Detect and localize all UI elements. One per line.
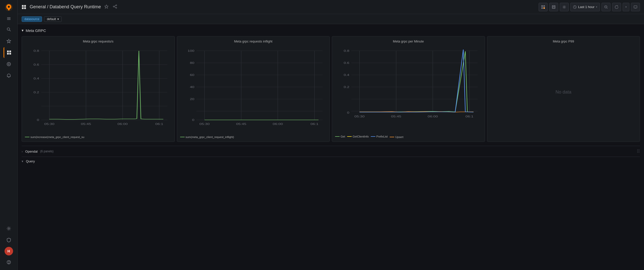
svg-rect-3: [7, 18, 11, 19]
star-button[interactable]: [103, 4, 109, 11]
sidebar-item-shield[interactable]: [4, 235, 14, 245]
svg-point-12: [7, 62, 11, 66]
sidebar: H: [0, 0, 18, 270]
svg-text:60: 60: [190, 74, 194, 76]
avatar[interactable]: H: [5, 247, 13, 255]
meta-grpc-section-header[interactable]: ▾ Meta GRPC: [22, 28, 640, 33]
zoom-out-button[interactable]: [601, 3, 611, 11]
sidebar-item-explore[interactable]: [4, 59, 14, 69]
svg-text:06:1: 06:1: [310, 123, 318, 125]
svg-point-21: [9, 263, 9, 264]
svg-rect-32: [541, 5, 543, 7]
svg-rect-40: [553, 6, 555, 7]
svg-text:0: 0: [347, 111, 349, 114]
svg-rect-2: [7, 17, 11, 18]
chart-requests-per-sec: 0.8 0.6 0.4 0.2 0 05:30 05:45 06:00 06:1: [25, 46, 172, 133]
panel-title-per-minute: Meta grpc per Minute: [335, 39, 482, 43]
panel-per-minute: Meta grpc per Minute 0.8 0.6 0.4: [332, 36, 485, 142]
svg-rect-41: [553, 7, 555, 8]
svg-point-27: [116, 5, 117, 6]
svg-rect-8: [7, 51, 9, 52]
refresh-chevron: ▾: [625, 6, 627, 8]
panel-requests-per-sec: Meta grpc requests/s 0.8 0.6 0.4: [22, 36, 175, 142]
grid-view-icon: [22, 5, 26, 9]
svg-text:100: 100: [187, 50, 194, 52]
query-section-header[interactable]: ▾ Query: [22, 157, 640, 166]
svg-text:0.6: 0.6: [344, 62, 349, 64]
panel-requests-inflight: Meta grpc requests inflight 100 80: [177, 36, 330, 142]
svg-point-19: [8, 228, 10, 229]
svg-text:06:1: 06:1: [465, 115, 473, 118]
svg-point-29: [116, 7, 117, 8]
time-range-picker[interactable]: Last 1 hour ▾: [570, 3, 600, 11]
legend-requests-per-sec: sum(increase(meta_grpc_client_request_su: [25, 136, 172, 139]
svg-text:05:45: 05:45: [391, 115, 401, 118]
sidebar-item-settings[interactable]: [4, 223, 14, 234]
svg-marker-7: [7, 39, 11, 43]
svg-text:05:30: 05:30: [354, 115, 365, 118]
sidebar-item-help[interactable]: [4, 257, 14, 267]
svg-text:0: 0: [192, 119, 194, 121]
add-panel-button[interactable]: [539, 3, 548, 11]
svg-rect-9: [9, 51, 11, 52]
save-button[interactable]: [549, 3, 558, 11]
dropdown-chevron: ▾: [57, 17, 59, 21]
chart-per-minute: 0.8 0.6 0.4 0.2 0 05:30 05:45 06:00 06:1: [335, 46, 482, 132]
legend-prefixlist: PrefixList: [376, 135, 388, 138]
app-logo[interactable]: [4, 2, 14, 13]
panel-p99: Meta grpc P99 No data: [487, 36, 640, 142]
meta-grpc-title: Meta GRPC: [26, 28, 46, 33]
panel-title-requests-inflight: Meta grpc requests inflight: [180, 39, 327, 43]
refresh-button[interactable]: [612, 3, 621, 11]
time-range-label: Last 1 hour: [578, 5, 594, 9]
svg-text:0.6: 0.6: [33, 63, 39, 66]
sidebar-toggle[interactable]: [4, 15, 14, 22]
opendal-title: Opendal: [25, 150, 37, 153]
svg-rect-34: [541, 7, 543, 9]
svg-rect-23: [24, 5, 26, 7]
svg-text:05:45: 05:45: [236, 123, 246, 125]
svg-text:0.8: 0.8: [33, 50, 39, 52]
svg-rect-25: [24, 7, 26, 9]
svg-text:80: 80: [190, 62, 194, 64]
svg-point-5: [7, 28, 10, 30]
svg-rect-49: [634, 6, 637, 8]
svg-text:0.2: 0.2: [344, 86, 349, 88]
svg-point-42: [564, 6, 565, 8]
svg-text:05:45: 05:45: [81, 123, 91, 125]
default-dropdown[interactable]: default ▾: [44, 16, 62, 22]
panel-title-requests-per-sec: Meta grpc requests/s: [25, 39, 172, 43]
opendal-chevron: ›: [22, 150, 23, 153]
svg-text:06:00: 06:00: [117, 123, 128, 125]
svg-text:05:30: 05:30: [44, 123, 54, 125]
bottom-dots: ⠿: [637, 149, 640, 154]
settings-button[interactable]: [560, 3, 569, 11]
refresh-dropdown[interactable]: ▾: [623, 3, 629, 11]
legend-requests-inflight: sum(meta_grpc_client_request_inflight): [180, 136, 327, 139]
legend-label: sum(increase(meta_grpc_client_request_su: [30, 136, 84, 139]
topbar-right: Last 1 hour ▾ ▾: [539, 3, 640, 11]
opendal-section-header[interactable]: › Opendal (6 panels) ⠿: [22, 146, 640, 157]
svg-text:05:30: 05:30: [199, 123, 209, 125]
no-data-label: No data: [490, 46, 637, 139]
sidebar-item-starred[interactable]: [4, 36, 14, 46]
query-chevron: ▾: [22, 159, 23, 163]
svg-point-13: [8, 64, 9, 65]
sidebar-item-dashboards[interactable]: [4, 47, 14, 58]
time-range-chevron: ▾: [596, 6, 597, 8]
share-button[interactable]: [112, 4, 118, 11]
svg-text:20: 20: [190, 98, 194, 101]
tv-mode-button[interactable]: [631, 3, 640, 11]
page-title: General / Databend Query Runtime: [30, 4, 101, 10]
legend-label-inflight: sum(meta_grpc_client_request_inflight): [186, 136, 234, 139]
sidebar-item-search[interactable]: [4, 24, 14, 35]
default-label: default: [47, 17, 56, 21]
chart-requests-inflight: 100 80 60 40 20 0 05:30 05:45 06:00 06:1: [180, 46, 327, 133]
svg-text:06:1: 06:1: [155, 123, 163, 125]
toolbar: datasource default ▾: [18, 14, 644, 24]
datasource-button[interactable]: datasource: [22, 16, 42, 22]
svg-rect-33: [543, 5, 545, 7]
meta-grpc-panels: Meta grpc requests/s 0.8 0.6 0.4: [22, 36, 640, 142]
svg-line-6: [9, 30, 11, 31]
sidebar-item-alerting[interactable]: [4, 70, 14, 81]
